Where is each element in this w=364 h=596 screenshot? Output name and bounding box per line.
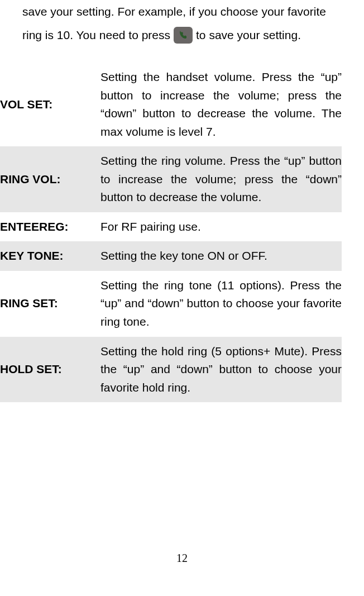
table-row: ENTEEREG:For RF pairing use.: [0, 212, 342, 242]
intro-line2b: to save your setting.: [196, 23, 301, 47]
setting-label: RING VOL:: [0, 146, 100, 212]
setting-description: Setting the ring volume. Press the “up” …: [100, 146, 342, 212]
phone-icon: [174, 27, 193, 44]
intro-line2: ring is 10. You need to press to save yo…: [22, 23, 342, 47]
intro-line2a: ring is 10. You need to press: [22, 23, 170, 47]
setting-label: KEY TONE:: [0, 241, 100, 271]
setting-label: HOLD SET:: [0, 337, 100, 403]
setting-description: For RF pairing use.: [100, 212, 342, 242]
table-row: RING SET:Setting the ring tone (11 optio…: [0, 271, 342, 337]
table-row: HOLD SET:Setting the hold ring (5 option…: [0, 337, 342, 403]
table-row: RING VOL:Setting the ring volume. Press …: [0, 146, 342, 212]
setting-label: ENTEEREG:: [0, 212, 100, 242]
table-row: KEY TONE:Setting the key tone ON or OFF.: [0, 241, 342, 271]
setting-description: Setting the handset volume. Press the “u…: [100, 63, 342, 146]
setting-label: VOL SET:: [0, 63, 100, 146]
setting-description: Setting the key tone ON or OFF.: [100, 241, 342, 271]
setting-description: Setting the hold ring (5 options+ Mute).…: [100, 337, 342, 403]
intro-line1: save your setting. For example, if you c…: [22, 0, 342, 23]
settings-table: VOL SET:Setting the handset volume. Pres…: [0, 63, 342, 402]
setting-description: Setting the ring tone (11 options). Pres…: [100, 271, 342, 337]
table-row: VOL SET:Setting the handset volume. Pres…: [0, 63, 342, 146]
page-number: 12: [0, 552, 364, 565]
setting-label: RING SET:: [0, 271, 100, 337]
intro-paragraph: save your setting. For example, if you c…: [22, 0, 342, 47]
